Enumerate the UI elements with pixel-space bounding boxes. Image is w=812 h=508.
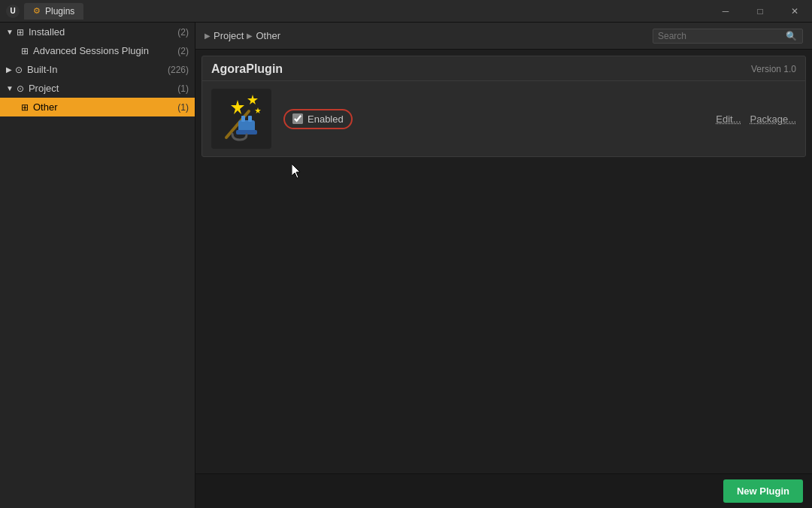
other-icon: ⊞: [21, 102, 29, 113]
installed-count: (2): [177, 27, 189, 38]
close-button[interactable]: ✕: [777, 0, 812, 23]
enabled-checkbox[interactable]: [292, 113, 303, 124]
chevron-down-icon: ▼: [6, 28, 14, 36]
installed-icon: ⊞: [17, 27, 24, 38]
sidebar-item-label: Other: [33, 101, 58, 113]
plugin-controls: Enabled: [283, 109, 353, 129]
title-tab[interactable]: ⚙ Plugins: [24, 3, 83, 20]
breadcrumb-project[interactable]: Project: [214, 30, 244, 41]
plugin-icon: [211, 89, 271, 149]
new-plugin-button[interactable]: New Plugin: [723, 479, 803, 503]
enabled-label: Enabled: [308, 113, 344, 125]
breadcrumb-arrow-icon-2: ▶: [247, 32, 253, 40]
sidebar-item-label: Installed: [29, 26, 65, 38]
breadcrumb: ▶ Project ▶ Other: [205, 30, 280, 41]
sidebar-item-label: Built-In: [27, 64, 57, 75]
svg-rect-6: [241, 116, 245, 122]
edit-link[interactable]: Edit...: [716, 113, 741, 125]
plugin-actions: Edit... Package...: [716, 113, 796, 125]
package-link[interactable]: Package...: [750, 113, 796, 125]
search-container[interactable]: 🔍: [653, 29, 803, 44]
chevron-down-icon: ▼: [6, 84, 14, 92]
sidebar-item-project[interactable]: ▼ ⊙ Project (1): [0, 79, 195, 98]
sidebar-item-installed[interactable]: ▼ ⊞ Installed (2): [0, 23, 195, 41]
plugin-card-header: AgoraPlugin Version 1.0: [202, 56, 805, 81]
sidebar-item-other[interactable]: ⊞ Other (1): [0, 98, 195, 116]
sidebar-item-label: Project: [29, 83, 59, 94]
restore-button[interactable]: □: [743, 0, 777, 23]
tab-label: Plugins: [45, 6, 74, 17]
svg-rect-7: [248, 116, 252, 122]
project-icon: ⊙: [17, 83, 24, 94]
breadcrumb-arrow-icon: ▶: [205, 32, 211, 40]
enabled-checkbox-area: Enabled: [283, 109, 353, 129]
advanced-sessions-icon: ⊞: [21, 46, 29, 56]
bottom-bar: New Plugin: [195, 473, 812, 508]
project-count: (1): [177, 83, 189, 94]
content-header: ▶ Project ▶ Other 🔍: [195, 23, 812, 50]
built-in-count: (226): [168, 65, 189, 75]
plugin-version: Version 1.0: [751, 64, 796, 74]
title-bar: U ⚙ Plugins ─ □ ✕: [0, 0, 812, 23]
sidebar-item-advanced-sessions[interactable]: ⊞ Advanced Sessions Plugin (2): [0, 41, 195, 60]
ue-logo: U: [6, 5, 20, 18]
title-bar-controls: ─ □ ✕: [708, 0, 812, 23]
minimize-button[interactable]: ─: [708, 0, 743, 23]
other-count: (1): [177, 102, 189, 113]
search-input[interactable]: [658, 31, 786, 41]
built-in-icon: ⊙: [15, 65, 23, 75]
content-area: ▶ Project ▶ Other 🔍 AgoraPlugin Version …: [195, 23, 812, 508]
plugin-list: AgoraPlugin Version 1.0: [195, 50, 812, 473]
tab-icon: ⚙: [33, 6, 41, 16]
main-layout: ▼ ⊞ Installed (2) ⊞ Advanced Sessions Pl…: [0, 23, 812, 508]
advanced-sessions-count: (2): [177, 46, 189, 56]
plugin-card: AgoraPlugin Version 1.0: [201, 56, 806, 157]
search-icon[interactable]: 🔍: [786, 31, 797, 41]
title-bar-left: U ⚙ Plugins: [0, 3, 83, 20]
sidebar-item-built-in[interactable]: ▶ ⊙ Built-In (226): [0, 60, 195, 79]
plugin-card-body: Enabled Edit... Package...: [202, 81, 805, 156]
sidebar: ▼ ⊞ Installed (2) ⊞ Advanced Sessions Pl…: [0, 23, 195, 508]
sidebar-item-label: Advanced Sessions Plugin: [33, 45, 149, 56]
chevron-right-icon: ▶: [6, 65, 12, 74]
plugin-icon-area: [211, 89, 271, 149]
plugin-name: AgoraPlugin: [211, 62, 283, 76]
breadcrumb-other: Other: [256, 30, 280, 41]
